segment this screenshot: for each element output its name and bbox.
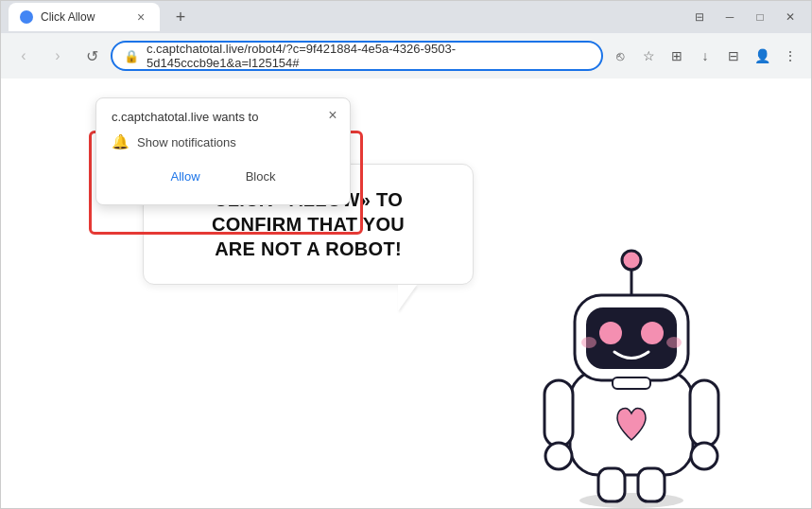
forward-button[interactable]: › [43, 41, 73, 71]
split-view-button[interactable]: ⊟ [720, 43, 747, 69]
svg-point-15 [581, 337, 596, 348]
svg-rect-14 [613, 377, 650, 389]
page-content: × c.captchatotal.live wants to 🔔 Show no… [1, 79, 811, 508]
svg-rect-4 [690, 380, 718, 447]
tab-close-icon[interactable]: × [133, 9, 148, 25]
new-tab-button[interactable]: + [167, 4, 194, 30]
reload-button[interactable]: ↺ [77, 41, 107, 71]
restore-button[interactable]: □ [747, 4, 773, 30]
allow-button[interactable]: Allow [152, 164, 219, 189]
svg-point-3 [545, 443, 572, 469]
tab-strip-icon[interactable]: ⊟ [686, 4, 713, 30]
svg-point-13 [641, 322, 664, 344]
popup-permission-row: 🔔 Show notifications [112, 133, 335, 150]
lock-icon: 🔒 [124, 49, 139, 63]
notification-popup: × c.captchatotal.live wants to 🔔 Show no… [95, 97, 351, 205]
block-button[interactable]: Block [227, 164, 295, 189]
title-bar: Click Allow × + ⊟ ─ □ ✕ [1, 1, 811, 33]
nav-action-buttons: ⎋ ☆ ⊞ ↓ ⊟ 👤 ⋮ [607, 43, 803, 69]
back-button[interactable]: ‹ [9, 41, 39, 71]
robot-svg [527, 224, 735, 508]
svg-point-0 [579, 493, 683, 508]
extensions-button[interactable]: ⊞ [664, 43, 690, 69]
svg-point-16 [666, 337, 682, 348]
popup-permission-text: Show notifications [137, 135, 236, 149]
address-bar[interactable]: 🔒 c.captchatotal.live/robot4/?c=9f421884… [111, 41, 603, 71]
svg-rect-11 [586, 307, 677, 369]
tab-favicon [20, 10, 33, 24]
svg-point-5 [691, 443, 717, 469]
popup-site-text: c.captchatotal.live wants to [112, 110, 335, 124]
minimize-button[interactable]: ─ [717, 4, 743, 30]
svg-rect-7 [638, 468, 665, 501]
download-button[interactable]: ↓ [692, 43, 718, 69]
svg-rect-2 [544, 380, 573, 447]
profile-button[interactable]: 👤 [749, 43, 775, 69]
url-text: c.captchatotal.live/robot4/?c=9f421884-4… [147, 42, 590, 70]
svg-point-12 [599, 322, 622, 344]
menu-button[interactable]: ⋮ [777, 43, 803, 69]
bubble-line2: ARE NOT A ROBOT! [215, 238, 402, 259]
popup-close-button[interactable]: × [323, 106, 342, 125]
browser-tab[interactable]: Click Allow × [9, 3, 160, 31]
robot-illustration [527, 224, 735, 508]
browser-window: Click Allow × + ⊟ ─ □ ✕ ‹ › ↺ 🔒 c.captch… [0, 0, 812, 509]
close-button[interactable]: ✕ [777, 4, 803, 30]
popup-action-buttons: Allow Block [112, 164, 335, 189]
tab-title: Click Allow [41, 10, 126, 24]
navigation-bar: ‹ › ↺ 🔒 c.captchatotal.live/robot4/?c=9f… [1, 33, 811, 79]
window-controls: ⊟ ─ □ ✕ [686, 4, 803, 30]
bell-icon: 🔔 [112, 133, 130, 150]
svg-point-10 [622, 251, 641, 270]
bookmark-button[interactable]: ☆ [635, 43, 662, 69]
svg-rect-6 [598, 468, 625, 501]
share-button[interactable]: ⎋ [607, 43, 633, 69]
